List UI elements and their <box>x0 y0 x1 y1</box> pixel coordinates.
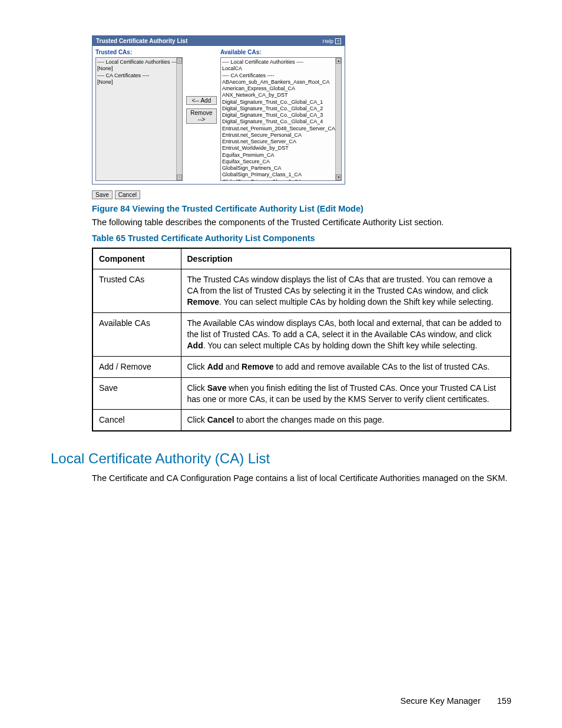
panel-header: Trusted Certificate Authority List Help … <box>92 36 345 46</box>
description-cell: The Available CAs window displays CAs, b… <box>181 313 511 357</box>
list-item[interactable]: ---- Local Certificate Authorities ---- <box>97 59 176 65</box>
description-cell: Click Cancel to abort the changes made o… <box>181 410 511 431</box>
trusted-cas-listbox[interactable]: ---- Local Certificate Authorities ----[… <box>95 57 183 181</box>
panel-title: Trusted Certificate Authority List <box>96 38 187 44</box>
scrollbar: ▴ ▾ <box>176 58 182 180</box>
list-item[interactable]: [None] <box>97 79 176 85</box>
table-row: Trusted CAsThe Trusted CAs window displa… <box>92 269 511 313</box>
scroll-up-icon: ▴ <box>177 58 182 64</box>
list-item[interactable]: GlobalSign_Primary_Class_1_CA <box>222 172 335 178</box>
list-item[interactable]: ---- CA Certificates ---- <box>222 73 335 79</box>
footer-page: 159 <box>497 696 511 706</box>
component-cell: Trusted CAs <box>92 269 181 313</box>
description-cell: The Trusted CAs window displays the list… <box>181 269 511 313</box>
table-caption: Table 65 Trusted Certificate Authority L… <box>92 233 511 243</box>
list-item[interactable]: [None] <box>97 65 176 72</box>
section-heading: Local Certificate Authority (CA) List <box>51 450 511 467</box>
scroll-down-icon: ▾ <box>177 174 182 180</box>
table-row: Available CAsThe Available CAs window di… <box>92 313 511 357</box>
table-row: Add / RemoveClick Add and Remove to add … <box>92 356 511 377</box>
list-item[interactable]: American_Express_Global_CA <box>222 85 335 92</box>
table-row: CancelClick Cancel to abort the changes … <box>92 410 511 431</box>
intro-text: The following table describes the compon… <box>92 217 511 229</box>
list-item[interactable]: ---- Local Certificate Authorities ---- <box>222 59 335 65</box>
page-footer: Secure Key Manager 159 <box>401 696 511 706</box>
description-cell: Click Save when you finish editing the l… <box>181 377 511 410</box>
section-body: The Certificate and CA Configuration Pag… <box>92 473 511 485</box>
list-item[interactable]: Entrust.net_Premium_2048_Secure_Server_C… <box>222 126 335 132</box>
list-item[interactable]: Digital_Signature_Trust_Co._Global_CA_3 <box>222 112 335 118</box>
available-cas-listbox[interactable]: ---- Local Certificate Authorities ----L… <box>220 57 342 181</box>
component-cell: Cancel <box>92 410 181 431</box>
col-header-description: Description <box>181 248 511 269</box>
trusted-ca-panel: Trusted Certificate Authority List Help … <box>92 35 345 185</box>
list-item[interactable]: Digital_Signature_Trust_Co._Global_CA_1 <box>222 99 335 106</box>
list-item[interactable]: GlobalSign_Partners_CA <box>222 165 335 172</box>
component-cell: Available CAs <box>92 313 181 357</box>
description-cell: Click Add and Remove to add and remove a… <box>181 356 511 377</box>
list-item[interactable]: Entrust_Worldwide_by_DST <box>222 145 335 151</box>
list-item[interactable]: Equifax_Premium_CA <box>222 152 335 159</box>
table-row: SaveClick Save when you finish editing t… <box>92 377 511 410</box>
component-cell: Add / Remove <box>92 356 181 377</box>
trusted-cas-label: Trusted CAs: <box>95 49 183 55</box>
help-link[interactable]: Help ? <box>322 38 341 44</box>
list-item[interactable]: Digital_Signature_Trust_Co._Global_CA_2 <box>222 106 335 112</box>
list-item[interactable]: Equifax_Secure_CA <box>222 159 335 165</box>
scroll-up-icon[interactable]: ▴ <box>336 58 341 64</box>
cancel-button[interactable]: Cancel <box>115 190 140 199</box>
list-item[interactable]: ---- CA Certificates ---- <box>97 73 176 79</box>
add-button[interactable]: <-- Add <box>186 96 217 105</box>
list-item[interactable]: LocalCA <box>222 65 335 72</box>
list-item[interactable]: ABAecom_sub_Am_Bankers_Assn_Root_CA <box>222 79 335 85</box>
available-cas-label: Available CAs: <box>220 49 342 55</box>
footer-doc: Secure Key Manager <box>401 696 481 706</box>
col-header-component: Component <box>92 248 181 269</box>
list-item[interactable]: Entrust.net_Secure_Server_CA <box>222 139 335 145</box>
list-item[interactable]: ANX_Network_CA_by_DST <box>222 92 335 98</box>
scrollbar[interactable]: ▴ ▾ <box>335 58 341 180</box>
help-icon: ? <box>335 38 341 44</box>
components-table: Component Description Trusted CAsThe Tru… <box>92 248 511 432</box>
list-item[interactable]: GlobalSign_Primary_Class_2_CA <box>222 179 335 182</box>
component-cell: Save <box>92 377 181 410</box>
list-item[interactable]: Entrust.net_Secure_Personal_CA <box>222 132 335 139</box>
list-item[interactable]: Digital_Signature_Trust_Co._Global_CA_4 <box>222 118 335 125</box>
save-button[interactable]: Save <box>92 190 113 199</box>
scroll-down-icon[interactable]: ▾ <box>336 174 341 180</box>
remove-button[interactable]: Remove --> <box>186 108 217 124</box>
figure-caption: Figure 84 Viewing the Trusted Certificat… <box>92 204 511 213</box>
